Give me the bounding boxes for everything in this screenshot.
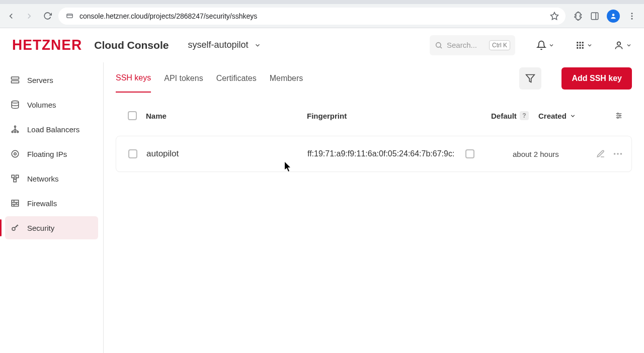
search-icon — [435, 41, 443, 49]
svg-point-26 — [15, 126, 16, 127]
svg-rect-16 — [582, 44, 584, 46]
site-info-icon[interactable] — [64, 11, 74, 21]
svg-rect-0 — [66, 14, 72, 18]
bookmark-star-icon[interactable] — [549, 11, 559, 21]
svg-rect-11 — [577, 42, 578, 43]
svg-point-43 — [12, 227, 15, 230]
console-title: Cloud Console — [94, 39, 169, 51]
column-default[interactable]: Default ? — [491, 111, 538, 120]
add-ssh-key-button[interactable]: Add SSH key — [561, 67, 632, 90]
svg-marker-44 — [526, 75, 535, 82]
svg-point-49 — [619, 115, 621, 117]
search-input[interactable]: Search... Ctrl K — [430, 35, 515, 55]
column-created[interactable]: Created — [538, 112, 609, 120]
filter-icon — [525, 73, 535, 83]
svg-rect-17 — [577, 47, 578, 48]
tab-api-tokens[interactable]: API tokens — [164, 65, 203, 92]
more-actions-button[interactable] — [612, 148, 623, 159]
tab-ssh-keys[interactable]: SSH keys — [116, 64, 151, 93]
key-icon — [10, 223, 20, 233]
sidebar-item-volumes[interactable]: Volumes — [5, 93, 98, 116]
svg-point-20 — [617, 42, 621, 45]
tab-certificates[interactable]: Certificates — [216, 65, 257, 92]
apps-menu[interactable] — [576, 41, 593, 50]
sidebar-item-networks[interactable]: Networks — [5, 167, 98, 190]
row-created: about 2 hours — [513, 150, 583, 158]
svg-point-48 — [617, 113, 619, 115]
column-name[interactable]: Name — [146, 112, 307, 120]
search-placeholder: Search... — [447, 41, 485, 49]
server-icon — [10, 75, 20, 85]
chevron-down-icon — [626, 42, 632, 48]
browser-reload-button[interactable] — [40, 9, 54, 23]
help-icon[interactable]: ? — [520, 111, 529, 120]
browser-url-bar[interactable]: console.hetzner.cloud/projects/2868247/s… — [58, 8, 566, 25]
browser-url-text: console.hetzner.cloud/projects/2868247/s… — [79, 12, 544, 20]
svg-point-5 — [612, 14, 615, 16]
row-name: autopilot — [146, 149, 307, 159]
svg-point-51 — [614, 153, 616, 155]
browser-back-button[interactable] — [4, 9, 18, 23]
svg-rect-32 — [12, 175, 14, 178]
firewall-icon — [10, 198, 20, 208]
side-panel-icon[interactable] — [590, 11, 600, 21]
user-menu[interactable] — [614, 40, 632, 50]
sidebar-item-label: Servers — [27, 76, 53, 84]
load-balancer-icon — [10, 124, 20, 134]
select-all-checkbox[interactable] — [128, 111, 137, 120]
column-settings-button[interactable] — [609, 112, 629, 120]
sidebar-item-servers[interactable]: Servers — [5, 68, 98, 92]
svg-rect-21 — [12, 77, 19, 79]
tabs-row: SSH keys API tokens Certificates Members… — [116, 62, 632, 95]
chevron-down-icon — [548, 42, 554, 48]
sidebar: Servers Volumes Load Balancers Floating … — [0, 62, 104, 353]
svg-rect-15 — [580, 44, 581, 46]
sidebar-item-floating-ips[interactable]: Floating IPs — [5, 142, 98, 165]
floating-ip-icon — [10, 149, 20, 159]
sidebar-item-load-balancers[interactable]: Load Balancers — [5, 118, 98, 141]
sidebar-item-label: Load Balancers — [27, 125, 79, 134]
filter-button[interactable] — [519, 67, 541, 90]
browser-menu-icon[interactable] — [627, 11, 637, 21]
svg-rect-14 — [577, 44, 578, 46]
sidebar-item-security[interactable]: Security — [5, 216, 98, 239]
browser-profile-avatar[interactable] — [607, 10, 620, 23]
project-picker[interactable]: syself-autopilot — [186, 37, 263, 53]
svg-point-30 — [12, 150, 19, 157]
svg-point-53 — [620, 153, 622, 155]
pencil-icon — [596, 149, 605, 158]
main-content: SSH keys API tokens Certificates Members… — [104, 62, 644, 353]
app-header: HETZNER Cloud Console syself-autopilot S… — [0, 28, 644, 62]
browser-toolbar: console.hetzner.cloud/projects/2868247/s… — [0, 4, 644, 28]
edit-button[interactable] — [596, 149, 605, 158]
svg-point-31 — [14, 153, 17, 155]
tab-members[interactable]: Members — [270, 65, 303, 92]
table-header: Name Fingerprint Default ? Created — [116, 105, 632, 127]
svg-rect-18 — [580, 47, 581, 48]
svg-rect-22 — [12, 81, 19, 83]
project-name: syself-autopilot — [188, 40, 248, 50]
sidebar-item-label: Floating IPs — [27, 150, 67, 158]
table-row[interactable]: autopilot ff:19:71:a9:f9:11:6a:0f:05:24:… — [116, 136, 632, 172]
column-fingerprint[interactable]: Fingerprint — [307, 112, 491, 120]
svg-rect-12 — [580, 42, 581, 43]
notifications-menu[interactable] — [536, 40, 554, 50]
svg-rect-13 — [582, 42, 584, 43]
row-checkbox[interactable] — [128, 149, 137, 158]
search-shortcut: Ctrl K — [489, 40, 510, 50]
browser-forward-button[interactable] — [22, 9, 36, 23]
chevron-down-icon — [254, 42, 261, 49]
browser-actions — [570, 10, 640, 23]
sidebar-item-firewalls[interactable]: Firewalls — [5, 192, 98, 215]
svg-point-8 — [631, 18, 633, 19]
svg-point-28 — [15, 131, 16, 133]
hetzner-logo[interactable]: HETZNER — [12, 37, 82, 54]
svg-point-9 — [436, 42, 441, 47]
svg-point-25 — [12, 101, 19, 104]
sidebar-item-label: Volumes — [27, 101, 56, 109]
row-fingerprint: ff:19:71:a9:f9:11:6a:0f:05:24:64:7b:67:9… — [307, 149, 465, 158]
browser-tab-strip — [0, 0, 644, 4]
row-default-checkbox[interactable] — [465, 149, 474, 158]
extensions-icon[interactable] — [573, 11, 583, 21]
svg-rect-37 — [12, 200, 19, 206]
